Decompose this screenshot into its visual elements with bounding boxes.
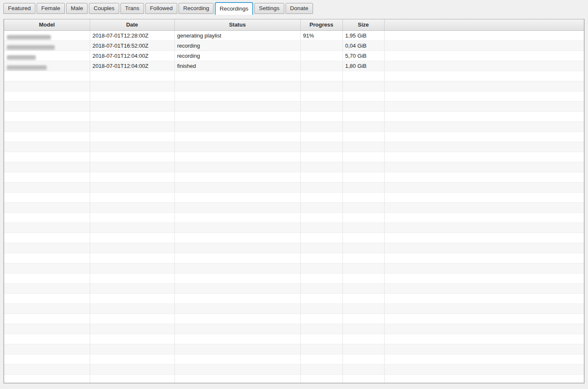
empty-cell [4,121,90,131]
table-row[interactable]: 2018-07-01T12:28:00Zgenerating playlist9… [4,30,584,40]
empty-table-row [4,182,584,192]
redacted-model-name [7,55,36,59]
empty-cell [342,131,384,142]
empty-cell [4,172,90,182]
empty-cell [384,233,584,243]
empty-cell [342,314,384,324]
progress-cell [300,40,342,51]
empty-table-row [4,121,584,131]
empty-cell [174,142,300,152]
empty-cell [342,354,384,364]
empty-cell [174,273,300,283]
empty-cell [300,293,342,303]
empty-cell [90,334,174,344]
empty-cell [300,314,342,324]
size-cell: 1,80 GiB [342,61,384,71]
empty-cell [384,101,584,111]
filler-cell [384,51,584,61]
recordings-table-frame: ModelDateStatusProgressSize 2018-07-01T1… [3,19,585,384]
empty-cell [90,344,174,354]
redacted-model-name [7,35,51,39]
tab-recordings[interactable]: Recordings [215,2,253,15]
empty-cell [384,334,584,344]
empty-cell [90,374,174,384]
empty-cell [174,354,300,364]
column-header-model[interactable]: Model [4,19,90,30]
empty-cell [90,243,174,253]
table-row[interactable]: 2018-07-01T12:04:00Zfinished1,80 GiB [4,61,584,71]
empty-cell [342,293,384,303]
tab-couples[interactable]: Couples [89,3,119,14]
empty-cell [300,111,342,121]
empty-cell [174,71,300,81]
empty-table-row [4,162,584,172]
empty-cell [4,223,90,233]
tab-donate[interactable]: Donate [286,3,313,14]
tab-recording[interactable]: Recording [179,3,214,14]
table-row[interactable]: 2018-07-01T12:04:00Zrecording5,70 GiB [4,51,584,61]
status-cell: finished [174,61,300,71]
empty-cell [90,314,174,324]
empty-cell [384,91,584,101]
empty-cell [4,243,90,253]
empty-cell [300,263,342,273]
empty-cell [342,101,384,111]
empty-cell [300,202,342,212]
empty-cell [342,223,384,233]
empty-cell [174,121,300,131]
empty-cell [300,81,342,91]
empty-cell [300,152,342,162]
empty-table-row [4,233,584,243]
empty-cell [300,71,342,81]
empty-cell [4,314,90,324]
empty-cell [90,162,174,172]
empty-cell [384,202,584,212]
empty-cell [384,142,584,152]
empty-cell [90,172,174,182]
tab-male[interactable]: Male [66,3,88,14]
column-header-date[interactable]: Date [90,19,174,30]
column-header-size[interactable]: Size [342,19,384,30]
empty-cell [300,182,342,192]
empty-cell [174,152,300,162]
empty-cell [384,344,584,354]
empty-cell [90,293,174,303]
empty-cell [90,81,174,91]
empty-cell [384,273,584,283]
empty-cell [174,283,300,293]
redacted-model-name [7,45,55,49]
empty-cell [174,293,300,303]
empty-table-row [4,273,584,283]
empty-cell [90,283,174,293]
empty-cell [90,192,174,202]
empty-cell [4,334,90,344]
empty-table-row [4,293,584,303]
empty-table-row [4,192,584,202]
tab-followed[interactable]: Followed [145,3,177,14]
empty-cell [4,152,90,162]
table-row[interactable]: 2018-07-01T16:52:00Zrecording0,04 GiB [4,40,584,51]
empty-cell [384,192,584,202]
column-header-status[interactable]: Status [174,19,300,30]
empty-cell [342,374,384,384]
empty-cell [4,303,90,314]
empty-cell [342,71,384,81]
empty-cell [4,162,90,172]
tab-trans[interactable]: Trans [120,3,144,14]
empty-cell [174,314,300,324]
column-header-progress[interactable]: Progress [300,19,342,30]
empty-cell [4,344,90,354]
tab-featured[interactable]: Featured [3,3,35,14]
empty-cell [384,374,584,384]
empty-cell [342,81,384,91]
table-body: 2018-07-01T12:28:00Zgenerating playlist9… [4,30,584,384]
empty-cell [342,263,384,273]
empty-cell [384,81,584,91]
empty-cell [4,283,90,293]
tab-settings[interactable]: Settings [254,3,284,14]
empty-cell [300,344,342,354]
empty-table-row [4,152,584,162]
empty-table-row [4,172,584,182]
empty-table-row [4,81,584,91]
tab-female[interactable]: Female [37,3,65,14]
